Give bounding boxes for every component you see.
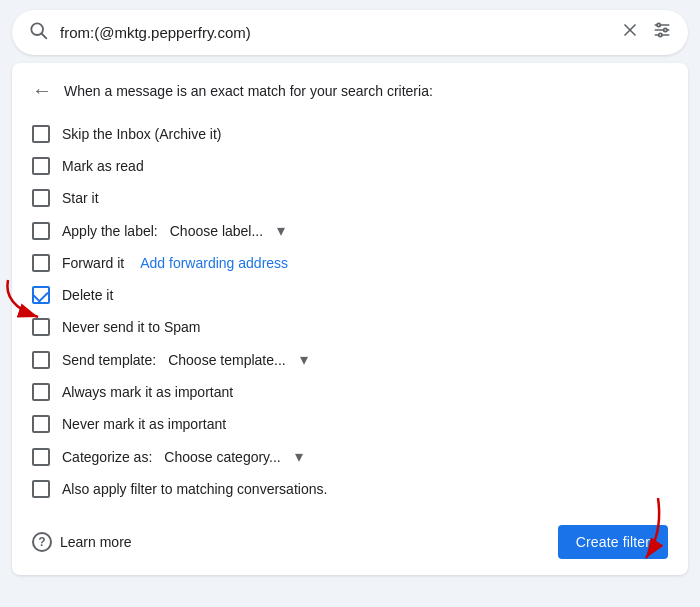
send-template-dropdown-text: Choose template... xyxy=(168,352,286,368)
option-mark-as-read: Mark as read xyxy=(32,150,668,182)
back-button[interactable]: ← xyxy=(32,79,52,102)
label-star-it: Star it xyxy=(62,190,99,206)
option-send-template: Send template: Choose template... ▾ xyxy=(32,343,668,376)
apply-label-dropdown-text: Choose label... xyxy=(170,223,263,239)
checkbox-never-important[interactable] xyxy=(32,415,50,433)
svg-point-9 xyxy=(659,33,662,36)
filter-panel: ← When a message is an exact match for y… xyxy=(12,63,688,575)
option-categorize: Categorize as: Choose category... ▾ xyxy=(32,440,668,473)
checkbox-categorize[interactable] xyxy=(32,448,50,466)
option-also-apply: Also apply filter to matching conversati… xyxy=(32,473,668,505)
checkbox-send-template[interactable] xyxy=(32,351,50,369)
filter-footer: ? Learn more Create filter xyxy=(32,517,668,559)
label-apply-label: Apply the label: xyxy=(62,223,158,239)
categorize-dropdown-text: Choose category... xyxy=(164,449,280,465)
checkbox-apply-label[interactable] xyxy=(32,222,50,240)
filter-options-icon[interactable] xyxy=(652,20,672,45)
send-template-dropdown-arrow[interactable]: ▾ xyxy=(300,350,308,369)
add-forwarding-address-link[interactable]: Add forwarding address xyxy=(140,255,288,271)
svg-line-1 xyxy=(42,34,47,39)
search-bar: from:(@mktg.pepperfry.com) xyxy=(12,10,688,55)
option-forward-it: Forward it Add forwarding address xyxy=(32,247,668,279)
option-skip-inbox: Skip the Inbox (Archive it) xyxy=(32,118,668,150)
label-mark-as-read: Mark as read xyxy=(62,158,144,174)
learn-more-link[interactable]: Learn more xyxy=(60,534,132,550)
option-star-it: Star it xyxy=(32,182,668,214)
learn-more-section: ? Learn more xyxy=(32,532,132,552)
checkbox-forward-it[interactable] xyxy=(32,254,50,272)
apply-label-dropdown-arrow[interactable]: ▾ xyxy=(277,221,285,240)
svg-point-7 xyxy=(657,23,660,26)
label-also-apply: Also apply filter to matching conversati… xyxy=(62,481,327,497)
help-icon[interactable]: ? xyxy=(32,532,52,552)
label-delete-it: Delete it xyxy=(62,287,113,303)
option-never-important: Never mark it as important xyxy=(32,408,668,440)
checkbox-skip-inbox[interactable] xyxy=(32,125,50,143)
option-delete-it: Delete it xyxy=(32,279,668,311)
search-clear-button[interactable] xyxy=(620,20,640,45)
checkbox-delete-it[interactable] xyxy=(32,286,50,304)
svg-point-8 xyxy=(664,28,667,31)
label-forward-it: Forward it xyxy=(62,255,124,271)
checkbox-never-spam[interactable] xyxy=(32,318,50,336)
filter-header: ← When a message is an exact match for y… xyxy=(32,79,668,102)
label-categorize: Categorize as: xyxy=(62,449,152,465)
option-never-spam: Never send it to Spam xyxy=(32,311,668,343)
checkbox-also-apply[interactable] xyxy=(32,480,50,498)
label-send-template: Send template: xyxy=(62,352,156,368)
search-icon xyxy=(28,20,48,45)
label-never-important: Never mark it as important xyxy=(62,416,226,432)
categorize-dropdown-arrow[interactable]: ▾ xyxy=(295,447,303,466)
search-query: from:(@mktg.pepperfry.com) xyxy=(60,24,608,41)
option-apply-label: Apply the label: Choose label... ▾ xyxy=(32,214,668,247)
filter-header-text: When a message is an exact match for you… xyxy=(64,83,433,99)
label-never-spam: Never send it to Spam xyxy=(62,319,201,335)
label-always-important: Always mark it as important xyxy=(62,384,233,400)
checkbox-mark-as-read[interactable] xyxy=(32,157,50,175)
label-skip-inbox: Skip the Inbox (Archive it) xyxy=(62,126,222,142)
option-always-important: Always mark it as important xyxy=(32,376,668,408)
dialog-container: from:(@mktg.pepperfry.com) xyxy=(0,0,700,607)
checkbox-star-it[interactable] xyxy=(32,189,50,207)
checkbox-always-important[interactable] xyxy=(32,383,50,401)
create-filter-button[interactable]: Create filter xyxy=(558,525,668,559)
